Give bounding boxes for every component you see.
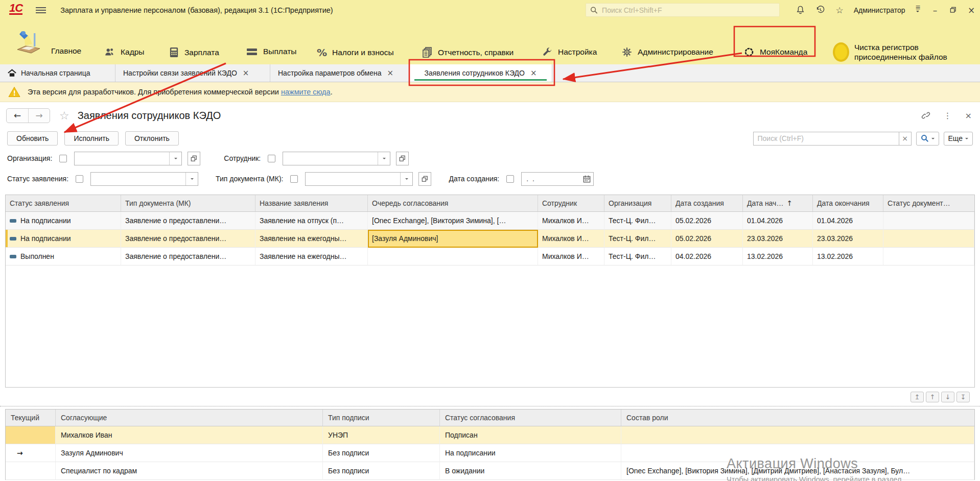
column-header[interactable]: Статус заявления bbox=[6, 195, 121, 211]
ribbon-item-main[interactable]: Главное bbox=[51, 46, 81, 56]
doctype-filter-combo[interactable] bbox=[305, 172, 413, 186]
close-window-button[interactable]: × bbox=[967, 5, 976, 15]
table-row-selected[interactable]: На подписании Заявление о предоставлени…… bbox=[6, 230, 974, 248]
back-button[interactable]: ← bbox=[7, 109, 28, 123]
selected-cell[interactable]: [Зазуля Админович] bbox=[368, 230, 538, 248]
column-header[interactable]: Дата создания bbox=[671, 195, 743, 211]
wrench-icon bbox=[542, 46, 553, 58]
ribbon-item-settings[interactable]: Настройка bbox=[542, 46, 597, 58]
status-filter-checkbox[interactable] bbox=[76, 175, 83, 183]
minimize-button[interactable]: – bbox=[930, 5, 940, 15]
calendar-icon[interactable] bbox=[580, 175, 593, 183]
tab-exchange-settings[interactable]: Настройка параметров обмена × bbox=[270, 64, 409, 82]
ribbon-item-payments[interactable]: Выплаты bbox=[246, 46, 296, 57]
current-user[interactable]: Администратор bbox=[854, 6, 905, 14]
decline-button[interactable]: Отклонить bbox=[125, 131, 179, 146]
employee-filter-combo[interactable] bbox=[283, 152, 390, 165]
get-link-icon[interactable] bbox=[921, 111, 930, 120]
organization-filter-combo[interactable] bbox=[74, 152, 182, 165]
tab-kedo-applications[interactable]: Заявления сотрудников КЭДО × bbox=[409, 64, 552, 82]
forward-button[interactable]: → bbox=[28, 109, 50, 123]
column-header[interactable]: Организация bbox=[604, 195, 671, 211]
table-row[interactable]: На подписании Заявление о предоставлени…… bbox=[6, 212, 974, 230]
service-menu-icon[interactable]: ≡ bbox=[916, 6, 920, 14]
ribbon-item-administration[interactable]: Администрирование bbox=[621, 46, 713, 58]
1c-logo: 1С bbox=[9, 3, 22, 15]
ribbon-item-taxes[interactable]: % Налоги и взносы bbox=[317, 46, 394, 59]
buy-commercial-link[interactable]: нажмите сюда bbox=[281, 88, 331, 96]
favorite-star-icon[interactable]: ☆ bbox=[59, 109, 69, 122]
list-search: × bbox=[753, 132, 912, 146]
doctype-filter-checkbox[interactable] bbox=[290, 175, 298, 183]
doctype-filter-label: Тип документа (МК): bbox=[216, 175, 283, 183]
global-search[interactable] bbox=[586, 3, 780, 17]
execute-button[interactable]: Исполнить bbox=[64, 131, 119, 146]
chevron-down-icon bbox=[965, 138, 968, 141]
window-title: Зарплата и управление персоналом (базова… bbox=[60, 6, 333, 14]
tab-kedo-link-settings[interactable]: Настройки связи заявлений КЭДО × bbox=[115, 64, 270, 82]
organization-filter-checkbox[interactable] bbox=[59, 155, 67, 162]
history-icon[interactable] bbox=[815, 5, 825, 15]
myteam-icon bbox=[743, 46, 755, 58]
column-header[interactable]: Статус документ… bbox=[883, 195, 974, 211]
column-header[interactable]: Текущий bbox=[6, 410, 56, 426]
form-header: ← → ☆ Заявления сотрудников КЭДО ⋮ × bbox=[0, 102, 980, 129]
close-form-icon[interactable]: × bbox=[965, 111, 972, 121]
column-header[interactable]: Сотрудник bbox=[538, 195, 604, 211]
notifications-bell-icon[interactable] bbox=[796, 5, 805, 15]
applications-table-header: Статус заявления Тип документа (МК) Назв… bbox=[6, 195, 974, 212]
column-header-sorted[interactable]: Дата нач…↑ bbox=[743, 195, 813, 211]
table-row[interactable]: Специалист по кадрам Без подписи В ожида… bbox=[6, 462, 974, 480]
table-row[interactable]: Михалков Иван УНЭП Подписан bbox=[6, 426, 974, 444]
filter-row-2: Статус заявления: Тип документа (МК): Да… bbox=[0, 169, 980, 189]
approvers-table-body: Михалков Иван УНЭП Подписан → Зазуля Адм… bbox=[6, 426, 974, 480]
ribbon-item-salary[interactable]: Зарплата bbox=[169, 46, 219, 58]
column-header[interactable]: Тип документа (МК) bbox=[121, 195, 255, 211]
scroll-to-top-button[interactable]: ↥ bbox=[911, 392, 924, 402]
column-header[interactable]: Тип подписи bbox=[323, 410, 440, 426]
tab-home[interactable]: Начальная страница bbox=[0, 64, 115, 82]
home-icon bbox=[8, 69, 16, 77]
splitter[interactable] bbox=[0, 406, 980, 406]
favorites-star-icon[interactable]: ☆ bbox=[835, 5, 843, 15]
open-list-icon bbox=[399, 155, 406, 162]
ribbon-item-myteam[interactable]: МояКоманда bbox=[743, 46, 807, 58]
scroll-up-button[interactable]: ↑ bbox=[926, 392, 939, 402]
history-nav: ← → bbox=[6, 108, 50, 123]
scroll-down-button[interactable]: ↓ bbox=[941, 392, 954, 402]
table-row[interactable]: Выполнен Заявление о предоставлени… Заяв… bbox=[6, 248, 974, 266]
column-header[interactable]: Очередь согласования bbox=[368, 195, 538, 211]
more-actions-button[interactable]: Еще bbox=[944, 132, 973, 146]
created-filter-checkbox[interactable] bbox=[506, 175, 514, 183]
employee-filter-checkbox[interactable] bbox=[268, 155, 275, 162]
ribbon-item-registry-cleanup[interactable]: Чистка регистров присоединенных файлов bbox=[833, 42, 971, 62]
table-row-current[interactable]: → Зазуля Админович Без подписи На подпис… bbox=[6, 444, 974, 462]
close-tab-icon[interactable]: × bbox=[530, 68, 537, 78]
filter-row-1: Организация: Сотрудник: bbox=[0, 148, 980, 169]
column-header[interactable]: Статус согласования bbox=[440, 410, 621, 426]
created-date-input[interactable]: . . bbox=[521, 172, 594, 186]
cleanup-icon bbox=[833, 42, 849, 62]
employee-open-button[interactable] bbox=[396, 152, 409, 165]
column-header[interactable]: Дата окончания bbox=[813, 195, 883, 211]
column-header[interactable]: Название заявления bbox=[255, 195, 368, 211]
search-options-button[interactable] bbox=[916, 132, 939, 146]
column-header[interactable]: Согласующие bbox=[56, 410, 323, 426]
doctype-open-button[interactable] bbox=[418, 172, 431, 186]
main-menu-icon[interactable] bbox=[36, 7, 46, 13]
restore-button[interactable] bbox=[950, 7, 956, 13]
organization-open-button[interactable] bbox=[188, 152, 200, 165]
clear-search-icon[interactable]: × bbox=[899, 132, 912, 146]
ribbon-item-hr[interactable]: Кадры bbox=[104, 46, 144, 58]
refresh-button[interactable]: Обновить bbox=[7, 131, 58, 146]
ribbon-item-reports[interactable]: Отчетность, справки bbox=[422, 46, 514, 59]
scroll-to-bottom-button[interactable]: ↧ bbox=[956, 392, 970, 402]
close-tab-icon[interactable]: × bbox=[243, 68, 249, 78]
global-search-input[interactable] bbox=[601, 6, 775, 15]
status-filter-combo[interactable] bbox=[90, 172, 198, 186]
close-tab-icon[interactable]: × bbox=[387, 68, 393, 78]
list-search-input[interactable] bbox=[753, 132, 899, 146]
column-header[interactable]: Состав роли bbox=[621, 410, 974, 426]
more-menu-icon[interactable]: ⋮ bbox=[944, 111, 952, 121]
chevron-down-icon bbox=[174, 158, 177, 161]
